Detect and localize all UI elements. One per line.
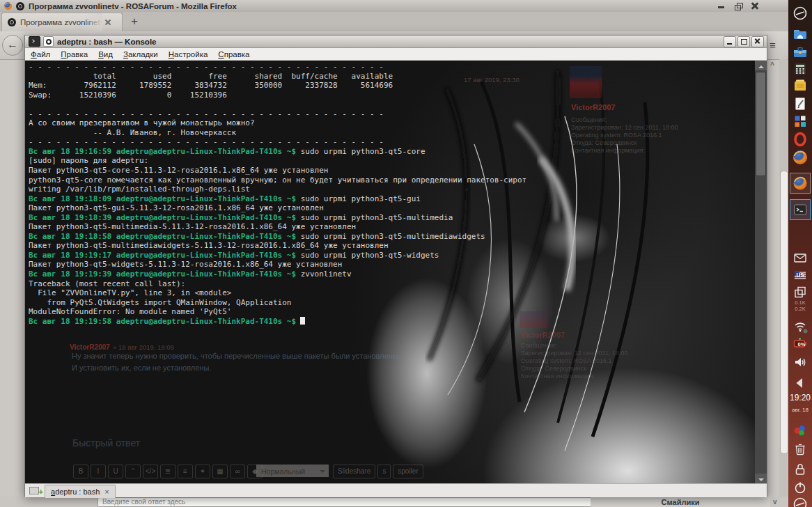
opera-icon[interactable]: [792, 131, 809, 148]
window-cascade-icon[interactable]: [792, 284, 809, 301]
text-editor-icon[interactable]: [792, 95, 809, 112]
konsole-window-title: adeptru : bash — Konsole: [57, 38, 724, 46]
battery-percent: 0%: [790, 341, 812, 348]
terminal-tab[interactable]: adeptru : bash ×: [45, 485, 116, 498]
menu-item[interactable]: Правка: [61, 50, 88, 58]
konsole-minimize-button[interactable]: [724, 36, 736, 47]
terminal-tab-close-icon[interactable]: ×: [104, 488, 109, 496]
firefox-titlebar[interactable]: Программа zvvonlinetv - ROSAForum - Mozi…: [0, 0, 788, 12]
scroll-top-chevron[interactable]: ^: [770, 61, 774, 69]
calculator-icon[interactable]: [792, 61, 809, 77]
battery-indicator[interactable]: 0%: [792, 335, 809, 352]
menu-item[interactable]: Справка: [218, 50, 249, 58]
volume-icon[interactable]: [792, 354, 809, 370]
power-icon[interactable]: [792, 479, 809, 496]
terminal-icon: [792, 201, 809, 218]
net-up: 0.2K: [788, 306, 812, 312]
konsole-tabbar: + adeptru : bash ×: [25, 483, 767, 497]
firefox-tabstrip: Программа zvvonlinetv - R +: [0, 12, 788, 32]
back-button[interactable]: ←: [2, 35, 23, 56]
new-tab-button[interactable]: +: [128, 15, 141, 28]
terminal-scrollbar-thumb[interactable]: [756, 72, 766, 176]
firefox-restore-button[interactable]: [733, 1, 744, 10]
wifi-icon[interactable]: [792, 318, 809, 334]
firefox-logo-icon: [3, 1, 13, 10]
layout-code: us: [788, 271, 812, 279]
tab-favicon-icon: [8, 18, 16, 26]
menu-item[interactable]: Файл: [31, 50, 50, 58]
firefox-task-button[interactable]: [790, 173, 811, 194]
lock-icon[interactable]: [792, 461, 809, 478]
firefox-close-button[interactable]: [749, 1, 760, 10]
smilies-header: Смайлики: [591, 497, 770, 507]
konsole-close-button[interactable]: [751, 36, 764, 47]
panel-collapse-arrow-icon[interactable]: [792, 375, 809, 391]
keyboard-layout-indicator[interactable]: us: [792, 267, 809, 283]
konsole-window: adeptru : bash — Konsole ФайлПравкаВидЗа…: [24, 35, 767, 497]
menu-hamburger-icon[interactable]: ≡: [770, 39, 776, 51]
menu-item[interactable]: Вид: [98, 50, 113, 58]
menu-item[interactable]: Закладки: [123, 50, 158, 58]
clock-date[interactable]: авг. 18: [788, 407, 812, 413]
tab-close-icon[interactable]: [104, 18, 112, 26]
notes-organizer-icon[interactable]: [792, 77, 809, 94]
menu-item[interactable]: Настройка: [169, 50, 208, 58]
terminal-output[interactable]: - - - - - - - - - - - - - - - - - - - - …: [25, 61, 755, 483]
site-favicon-icon: [16, 2, 24, 10]
konsole-app-icon: [29, 36, 40, 47]
home-folder-icon[interactable]: [792, 26, 809, 42]
trash-icon[interactable]: [792, 440, 809, 457]
toolbox-icon[interactable]: [792, 44, 809, 61]
rosa-launcher-icon[interactable]: [792, 5, 809, 22]
firefox-icon: [792, 175, 809, 192]
scroll-up-arrow-icon[interactable]: [755, 61, 767, 70]
net-down: 0.1K: [788, 299, 812, 306]
scroll-down-arrow-icon[interactable]: [755, 474, 767, 483]
firefox-launcher-icon[interactable]: [792, 149, 809, 166]
konsole-maximize-button[interactable]: [737, 36, 750, 47]
konsole-menubar: ФайлПравкаВидЗакладкиНастройкаСправка: [25, 48, 767, 61]
firefox-minimize-button[interactable]: [716, 1, 727, 10]
konsole-titlebar[interactable]: adeptru : bash — Konsole: [25, 36, 767, 48]
tab-label-fade: [84, 13, 102, 31]
rosa-launcher-bottom-icon[interactable]: [792, 496, 809, 507]
firefox-scrollbar-thumb[interactable]: [780, 171, 788, 454]
new-terminal-tab-button[interactable]: +: [29, 485, 43, 496]
terminal-scrollbar[interactable]: [755, 61, 767, 483]
forum-reply-strip: Введите свой ответ здесь Смайлики: [0, 497, 788, 507]
firefox-window-title: Программа zvvonlinetv - ROSAForum - Mozi…: [29, 2, 237, 10]
konsole-task-button[interactable]: [790, 199, 811, 220]
mail-icon[interactable]: [792, 249, 809, 266]
rocketbar-panel: us 0.1K 0.2K 0%: [788, 0, 812, 507]
scroll-bottom-chevron[interactable]: v: [773, 498, 777, 506]
firefox-active-tab[interactable]: Программа zvvonlinetv - R: [1, 13, 123, 31]
terminal-tab-label: adeptru : bash: [51, 488, 100, 496]
app-grid-icon[interactable]: [792, 113, 809, 130]
konsole-window-badge-icon: [43, 36, 54, 47]
clock-time[interactable]: 19:20: [788, 393, 812, 403]
desktop: Программа zvvonlinetv - ROSAForum - Mozi…: [0, 0, 812, 507]
reply-text-input[interactable]: Введите свой ответ здесь: [97, 497, 595, 507]
network-speed-indicator[interactable]: 0.1K 0.2K: [788, 299, 812, 312]
terminal-area[interactable]: 17 авг 2019, 23:30 VictorR2007 Сообщения…: [25, 61, 767, 483]
klipper-colors-icon[interactable]: [792, 422, 809, 439]
